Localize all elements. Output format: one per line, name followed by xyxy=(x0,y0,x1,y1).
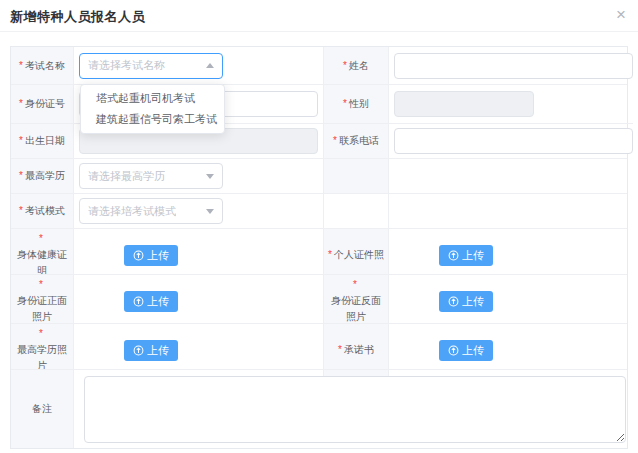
education-cell: 请选择最高学历 xyxy=(74,158,324,193)
id-back-label: 身份证反面照片 xyxy=(327,293,385,325)
required-asterisk: * xyxy=(338,342,342,358)
dropdown-option[interactable]: 建筑起重信号司索工考试 xyxy=(81,109,224,130)
id-back-cell: 上传 xyxy=(389,274,627,327)
exam-mode-select[interactable]: 请选择培考试模式 xyxy=(79,198,223,224)
empty-cell xyxy=(389,193,627,228)
registration-form: * 考试名称 请选择考试名称 * 姓名 * 身份证号 * 性别 xyxy=(10,46,628,449)
close-icon[interactable]: × xyxy=(616,5,626,25)
required-asterisk: * xyxy=(19,168,23,184)
upload-id-back-button[interactable]: 上传 xyxy=(439,291,493,312)
full-name-label: 姓名 xyxy=(349,58,369,74)
birth-date-label-cell: * 出生日期 xyxy=(11,123,74,158)
upload-button-label: 上传 xyxy=(147,248,169,263)
required-asterisk: * xyxy=(343,96,347,112)
id-front-label: 身份证正面照片 xyxy=(14,293,70,325)
required-asterisk: * xyxy=(328,247,332,263)
upload-commitment-button[interactable]: 上传 xyxy=(439,340,493,361)
required-asterisk: * xyxy=(333,133,337,149)
id-number-label: 身份证号 xyxy=(25,96,65,112)
id-front-cell: 上传 xyxy=(74,274,324,327)
exam-name-label-cell: * 考试名称 xyxy=(11,47,74,84)
required-asterisk: * xyxy=(19,58,23,74)
dropdown-option[interactable]: 塔式起重机司机考试 xyxy=(81,88,224,109)
required-asterisk: * xyxy=(19,133,23,149)
upload-id-front-button[interactable]: 上传 xyxy=(124,291,178,312)
form-row-health-cert: * 身体健康证明 上传 * 个人证件照 上传 xyxy=(11,228,627,274)
required-asterisk: * xyxy=(39,277,43,293)
exam-mode-label: 考试模式 xyxy=(25,203,65,219)
upload-icon xyxy=(448,250,459,261)
form-row-exam-name: * 考试名称 请选择考试名称 * 姓名 xyxy=(11,47,627,84)
form-row-exam-mode: * 考试模式 请选择培考试模式 xyxy=(11,193,627,228)
required-asterisk: * xyxy=(19,96,23,112)
empty-label-cell xyxy=(324,193,389,228)
education-placeholder: 请选择最高学历 xyxy=(88,169,165,184)
upload-button-label: 上传 xyxy=(147,294,169,309)
phone-label: 联系电话 xyxy=(339,133,379,149)
upload-icon xyxy=(133,345,144,356)
required-asterisk: * xyxy=(39,326,43,342)
education-select[interactable]: 请选择最高学历 xyxy=(79,163,223,189)
commitment-label: 承诺书 xyxy=(344,342,374,358)
remarks-textarea[interactable] xyxy=(84,376,626,443)
exam-name-placeholder: 请选择考试名称 xyxy=(88,58,165,73)
personal-photo-label: 个人证件照 xyxy=(334,247,384,263)
dialog-title: 新增特种人员报名人员 xyxy=(10,8,145,26)
form-row-education-photo: * 最高学历照片 上传 * 承诺书 上传 xyxy=(11,323,627,369)
exam-mode-placeholder: 请选择培考试模式 xyxy=(88,204,176,219)
upload-icon xyxy=(133,296,144,307)
upload-button-label: 上传 xyxy=(462,248,484,263)
gender-cell xyxy=(389,84,627,123)
chevron-up-icon xyxy=(206,63,214,68)
empty-label-cell xyxy=(324,158,389,193)
form-row-id-front: * 身份证正面照片 上传 * 身份证反面照片 上传 xyxy=(11,274,627,323)
empty-cell xyxy=(389,158,627,193)
upload-health-cert-button[interactable]: 上传 xyxy=(124,245,178,266)
form-row-education: * 最高学历 请选择最高学历 xyxy=(11,158,627,193)
upload-personal-photo-button[interactable]: 上传 xyxy=(439,245,493,266)
education-label-cell: * 最高学历 xyxy=(11,158,74,193)
upload-button-label: 上传 xyxy=(147,343,169,358)
exam-mode-label-cell: * 考试模式 xyxy=(11,193,74,228)
exam-name-dropdown: 塔式起重机司机考试 建筑起重信号司索工考试 xyxy=(80,84,225,134)
remarks-label-cell: 备注 xyxy=(11,369,74,448)
upload-icon xyxy=(133,250,144,261)
required-asterisk: * xyxy=(353,277,357,293)
upload-icon xyxy=(448,345,459,356)
required-asterisk: * xyxy=(39,231,43,247)
required-asterisk: * xyxy=(19,203,23,219)
exam-name-label: 考试名称 xyxy=(25,58,65,74)
phone-input[interactable] xyxy=(394,128,633,154)
education-label: 最高学历 xyxy=(25,168,65,184)
id-back-label-cell: * 身份证反面照片 xyxy=(324,274,389,327)
remarks-cell xyxy=(74,369,627,448)
gender-input xyxy=(394,91,534,117)
phone-cell xyxy=(389,123,633,158)
full-name-cell xyxy=(389,47,633,84)
birth-date-label: 出生日期 xyxy=(25,133,65,149)
phone-label-cell: * 联系电话 xyxy=(324,123,389,158)
exam-mode-cell: 请选择培考试模式 xyxy=(74,193,324,228)
upload-icon xyxy=(448,296,459,307)
required-asterisk: * xyxy=(343,58,347,74)
exam-name-cell: 请选择考试名称 xyxy=(74,47,324,84)
full-name-input[interactable] xyxy=(394,53,633,79)
upload-button-label: 上传 xyxy=(462,343,484,358)
gender-label: 性别 xyxy=(349,96,369,112)
upload-button-label: 上传 xyxy=(462,294,484,309)
chevron-down-icon xyxy=(206,209,214,214)
id-number-label-cell: * 身份证号 xyxy=(11,84,74,123)
id-front-label-cell: * 身份证正面照片 xyxy=(11,274,74,327)
form-row-remarks: 备注 xyxy=(11,369,627,448)
chevron-down-icon xyxy=(206,174,214,179)
upload-education-photo-button[interactable]: 上传 xyxy=(124,340,178,361)
dialog-header: 新增特种人员报名人员 × xyxy=(0,0,638,32)
exam-name-select[interactable]: 请选择考试名称 xyxy=(79,53,223,79)
full-name-label-cell: * 姓名 xyxy=(324,47,389,84)
remarks-label: 备注 xyxy=(32,401,52,417)
gender-label-cell: * 性别 xyxy=(324,84,389,123)
